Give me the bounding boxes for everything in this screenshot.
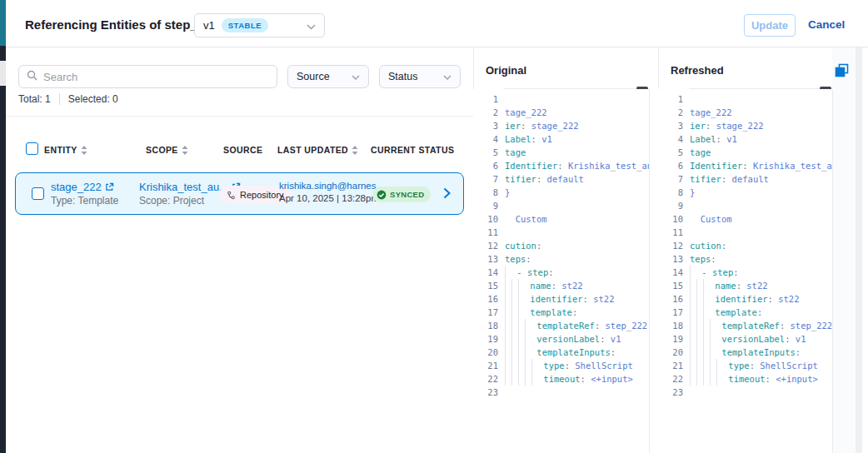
code-line: 3ier: stage_222 (658, 119, 832, 132)
external-link-icon[interactable] (105, 182, 114, 192)
source-filter-label: Source (297, 71, 330, 82)
code-line: 18 templateRef: step_222 (473, 319, 649, 332)
scope-name-link[interactable]: Krishika_test_au... (139, 181, 228, 193)
drawer-header: Referencing Entities of step_222 v1 STAB… (6, 0, 868, 47)
code-line: 1 (473, 92, 649, 106)
updated-by: krishika.singh@harnes... (279, 181, 384, 191)
chevron-down-icon (307, 18, 316, 33)
divider (649, 89, 650, 453)
code-line: 23 (658, 386, 832, 399)
code-line: 22 timeout: <+input> (473, 372, 649, 386)
divider (832, 89, 833, 453)
code-line: 8} (473, 186, 649, 199)
code-line: 20 templateInputs: (658, 346, 832, 359)
code-line: 11 (658, 226, 832, 239)
divider (59, 93, 60, 105)
table-row[interactable]: stage_222 Type: Template Krishika_test_a… (15, 172, 464, 215)
code-line: 6Identifier: Krishika_test_automation_Pr (473, 159, 649, 172)
code-line: 18 templateRef: step_222 (658, 319, 832, 332)
code-line: 7tifier: default (473, 172, 649, 186)
search-icon (27, 69, 37, 84)
code-line: 5tage (473, 146, 649, 159)
entity-type: Type: Template (51, 195, 118, 207)
last-updated-cell: krishika.singh@harnes... Apr 10, 2025 | … (279, 181, 384, 203)
version-value: v1 (203, 19, 215, 32)
status-badge: SYNCED (372, 187, 431, 202)
code-line: 10 Custom (473, 212, 649, 226)
sort-icon[interactable] (352, 146, 358, 155)
code-line: 9 (658, 199, 832, 212)
refreshed-panel-title: Refreshed (671, 64, 724, 77)
code-line: 14 - step: (658, 266, 832, 279)
chevron-down-icon (443, 71, 451, 82)
entity-cell: stage_222 Type: Template (51, 181, 118, 207)
code-line: 23 (473, 386, 649, 399)
original-panel-title: Original (486, 64, 526, 77)
code-line: 4Label: v1 (658, 132, 832, 146)
code-line: 11 (473, 226, 649, 239)
row-expand-chevron-icon[interactable] (443, 187, 451, 202)
update-button[interactable]: Update (744, 14, 796, 37)
code-line: 2tage_222 (473, 106, 649, 119)
cancel-button[interactable]: Cancel (808, 18, 845, 31)
total-count: Total: 1 (18, 93, 51, 105)
code-line: 7tifier: default (658, 172, 832, 186)
page-title: Referencing Entities of step_222 (25, 17, 218, 32)
original-code-panel[interactable]: 12tage_2223ier: stage_2224Label: v15tage… (473, 89, 649, 453)
column-current-status: CURRENT STATUS (371, 145, 454, 155)
stable-badge: STABLE (222, 18, 268, 32)
column-last-updated[interactable]: LAST UPDATED (277, 145, 358, 155)
version-select[interactable]: v1 STABLE (194, 13, 325, 37)
code-line: 19 versionLabel: v1 (473, 332, 649, 346)
code-line: 3ier: stage_222 (473, 119, 649, 132)
source-label: Repository (240, 190, 284, 200)
code-line: 1 (658, 92, 832, 106)
row-checkbox[interactable] (32, 187, 44, 200)
column-source: SOURCE (223, 145, 262, 155)
status-filter-dropdown[interactable]: Status (379, 65, 461, 88)
code-line: 12cution: (658, 239, 832, 252)
sort-icon[interactable] (182, 146, 188, 155)
chevron-down-icon (352, 71, 360, 82)
code-line: 10 Custom (658, 212, 832, 226)
code-line: 21 type: ShellScript (473, 359, 649, 372)
code-line: 15 name: st22 (658, 279, 832, 292)
code-line: 12cution: (473, 239, 649, 252)
divider (658, 47, 659, 89)
code-line: 19 versionLabel: v1 (658, 332, 832, 346)
code-line: 15 name: st22 (473, 279, 649, 292)
code-line: 17 template: (658, 306, 832, 319)
search-box (18, 65, 277, 88)
divider (6, 116, 479, 117)
scrollbar-track[interactable] (856, 47, 862, 453)
code-line: 21 type: ShellScript (658, 359, 832, 372)
background-content-strip (0, 61, 6, 86)
sort-icon[interactable] (81, 146, 87, 155)
updated-at: Apr 10, 2025 | 13:28pm (279, 193, 384, 203)
code-line: 22 timeout: <+input> (658, 372, 832, 386)
background-header-strip (0, 0, 6, 46)
synced-check-icon (377, 190, 387, 200)
select-all-checkbox[interactable] (26, 142, 38, 155)
code-line: 13teps: (473, 252, 649, 266)
repository-icon (227, 191, 236, 200)
column-entity[interactable]: ENTITY (44, 145, 87, 155)
code-line: 17 template: (473, 306, 649, 319)
code-line: 5tage (658, 146, 832, 159)
background-page-strip (0, 0, 6, 453)
selected-count: Selected: 0 (68, 93, 118, 105)
search-input[interactable] (43, 71, 269, 83)
code-line: 16 identifier: st22 (473, 292, 649, 306)
source-filter-dropdown[interactable]: Source (287, 65, 369, 88)
code-line: 20 templateInputs: (473, 346, 649, 359)
code-line: 6Identifier: Krishika_test_automation_Pr (658, 159, 832, 172)
code-line: 13teps: (658, 252, 832, 266)
code-line: 2tage_222 (658, 106, 832, 119)
selection-summary: Total: 1 Selected: 0 (18, 93, 118, 105)
entity-name-link[interactable]: stage_222 (51, 181, 102, 193)
status-filter-label: Status (388, 71, 417, 82)
column-scope[interactable]: SCOPE (146, 145, 188, 155)
refreshed-code-panel[interactable]: 12tage_2223ier: stage_2224Label: v15tage… (658, 89, 832, 453)
code-line: 8} (658, 186, 832, 199)
copy-icon[interactable] (834, 63, 849, 78)
